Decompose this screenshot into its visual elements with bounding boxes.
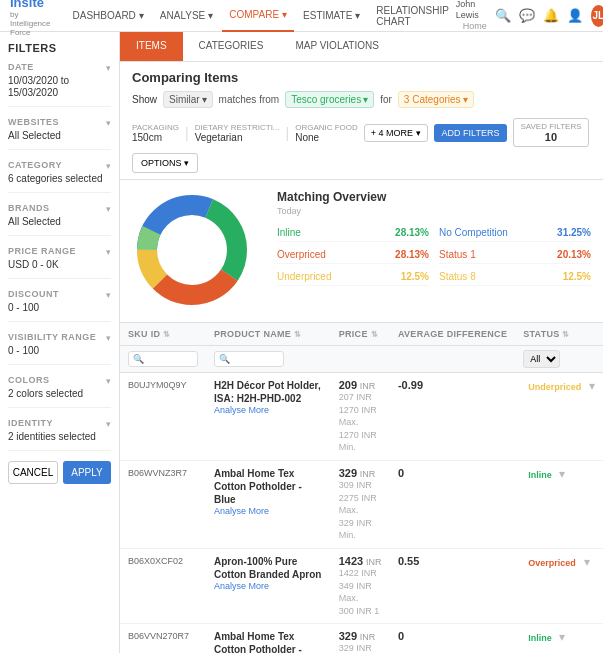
user-icon[interactable]: 👤 [567, 8, 583, 24]
show-source-dropdown[interactable]: Tesco groceries ▾ [285, 91, 374, 108]
nav-estimate[interactable]: ESTIMATE ▾ [296, 0, 367, 32]
col-product[interactable]: Product Name ⇅ [206, 323, 331, 346]
avg-diff-cell: -0.99 [390, 373, 515, 461]
product-cell: Ambal Home Tex Cotton Potholder - Blue A… [206, 624, 331, 653]
table-row: B0UJYM0Q9Y H2H Décor Pot Holder, ISA: H2… [120, 373, 603, 461]
expand-icon[interactable]: ▾ [589, 379, 595, 393]
sort-icon: ⇅ [163, 330, 170, 339]
sku-cell: B06X0XCF02 [120, 548, 206, 623]
more-filters-button[interactable]: + 4 MORE ▾ [364, 124, 428, 142]
status-cell: Inline ▾ [515, 460, 603, 548]
filter-websites: WEBSITES ▾ All Selected [8, 117, 111, 150]
options-button[interactable]: OPTIONS ▾ [132, 153, 198, 173]
nav-relationship[interactable]: RELATIONSHIP CHART [369, 0, 455, 32]
show-categories-dropdown[interactable]: 3 Categories ▾ [398, 91, 474, 108]
chevron-down-icon[interactable]: ▾ [106, 290, 111, 300]
col-price[interactable]: Price ⇅ [331, 323, 390, 346]
sort-icon: ⇅ [371, 330, 378, 339]
data-table: SKU Id ⇅ Product Name ⇅ Price ⇅ Average … [120, 323, 603, 653]
tab-items[interactable]: ITEMS [120, 32, 183, 61]
tab-categories[interactable]: CATEGORIES [183, 32, 280, 61]
sku-search-input[interactable] [128, 351, 198, 367]
chevron-down-icon[interactable]: ▾ [106, 161, 111, 171]
category-value: 6 categories selected [8, 173, 103, 184]
expand-icon[interactable]: ▾ [559, 630, 565, 644]
chevron-icon: ▾ [208, 10, 213, 21]
table-row: B06VVN270R7 Ambal Home Tex Cotton Pothol… [120, 624, 603, 653]
chevron-down-icon: ▾ [463, 94, 468, 105]
user-location: Home [463, 21, 487, 32]
name-search-input[interactable] [214, 351, 284, 367]
tab-map-violations[interactable]: MAP VIOLATIONS [279, 32, 395, 61]
avg-diff-cell: 0 [390, 460, 515, 548]
analyse-link[interactable]: Analyse More [214, 405, 323, 415]
filter-colors: COLORS ▾ 2 colors selected [8, 375, 111, 408]
brand-sub: by Intelligence Force [10, 10, 50, 37]
table-row: B06X0XCF02 Apron-100% Pure Cotton Brande… [120, 548, 603, 623]
nav-dashboard[interactable]: DASHBOARD ▾ [65, 0, 150, 32]
nav-analyse[interactable]: ANALYSE ▾ [153, 0, 220, 32]
price-cell: 209 INR 207 INR1270 INR Max.1270 INR Min… [331, 373, 390, 461]
sku-cell: B06VVN270R7 [120, 624, 206, 653]
col-sku[interactable]: SKU Id ⇅ [120, 323, 206, 346]
status-cell: Overpriced ▾ [515, 548, 603, 623]
websites-value: All Selected [8, 130, 61, 141]
overview-grid: Inline 28.13% No Competition 31.25% Over… [277, 224, 591, 286]
apply-button[interactable]: APPLY [63, 461, 111, 484]
pie-chart-svg [132, 190, 252, 310]
expand-icon[interactable]: ▾ [584, 555, 590, 569]
stat-status1: Status 1 20.13% [439, 246, 591, 264]
chevron-down-icon[interactable]: ▾ [106, 333, 111, 343]
table-header-row: SKU Id ⇅ Product Name ⇅ Price ⇅ Average … [120, 323, 603, 346]
status-cell: Inline ▾ [515, 624, 603, 653]
svg-point-6 [164, 222, 220, 278]
chevron-down-icon[interactable]: ▾ [106, 247, 111, 257]
analyse-link[interactable]: Analyse More [214, 581, 323, 591]
avg-diff-cell: 0 [390, 624, 515, 653]
overview-info: Matching Overview Today Inline 28.13% No… [277, 190, 591, 312]
avatar[interactable]: JL [591, 5, 603, 27]
filter-visibility: VISIBILITY RANGE ▾ 0 - 100 [8, 332, 111, 365]
stat-nocomp: No Competition 31.25% [439, 224, 591, 242]
top-navigation: Insite by Intelligence Force DASHBOARD ▾… [0, 0, 603, 32]
sidebar-title: FILTERS [8, 42, 111, 54]
sku-cell: B06WVNZ3R7 [120, 460, 206, 548]
user-name: John Lewis [456, 0, 487, 21]
main-content: ITEMS CATEGORIES MAP VIOLATIONS Comparin… [120, 32, 603, 653]
analyse-link[interactable]: Analyse More [214, 506, 323, 516]
stat-status8: Status 8 12.5% [439, 268, 591, 286]
brands-value: All Selected [8, 216, 61, 227]
cancel-button[interactable]: CANCEL [8, 461, 58, 484]
user-info: John Lewis Home [456, 0, 487, 32]
add-filters-button[interactable]: ADD FILTERS [434, 124, 508, 142]
col-avg-diff: Average Difference [390, 323, 515, 346]
stat-underpriced: Underpriced 12.5% [277, 268, 429, 286]
saved-filters-button[interactable]: SAVED FILTERS 10 [513, 118, 588, 147]
nav-compare[interactable]: COMPARE ▾ [222, 0, 294, 32]
chat-icon[interactable]: 💬 [519, 8, 535, 24]
notification-icon[interactable]: 🔔 [543, 8, 559, 24]
product-cell: Ambal Home Tex Cotton Potholder - Blue A… [206, 460, 331, 548]
chevron-down-icon: ▾ [363, 94, 368, 105]
overview-title: Matching Overview [277, 190, 591, 204]
colors-value: 2 colors selected [8, 388, 83, 399]
search-icon[interactable]: 🔍 [495, 8, 511, 24]
price-cell: 329 INR 329 INR2275 INR Max.899 INR Min. [331, 624, 390, 653]
chevron-down-icon[interactable]: ▾ [106, 63, 111, 73]
discount-value: 0 - 100 [8, 302, 39, 313]
brand-name: Insite [10, 0, 50, 10]
col-status[interactable]: Status ⇅ [515, 323, 603, 346]
chevron-down-icon[interactable]: ▾ [106, 376, 111, 386]
tabs-bar: ITEMS CATEGORIES MAP VIOLATIONS [120, 32, 603, 62]
filter-price: PRICE RANGE ▾ USD 0 - 0K [8, 246, 111, 279]
chevron-down-icon[interactable]: ▾ [106, 204, 111, 214]
price-cell: 1423 INR 1422 INR349 INR Max.300 INR 1 [331, 548, 390, 623]
chevron-down-icon[interactable]: ▾ [106, 118, 111, 128]
show-type-dropdown[interactable]: Similar ▾ [163, 91, 213, 108]
sidebar-actions: CANCEL APPLY [8, 461, 111, 484]
table-search-row: All [120, 346, 603, 373]
status-filter-select[interactable]: All [523, 350, 560, 368]
expand-icon[interactable]: ▾ [559, 467, 565, 481]
chevron-down-icon[interactable]: ▾ [106, 419, 111, 429]
chevron-icon: ▾ [282, 9, 287, 20]
